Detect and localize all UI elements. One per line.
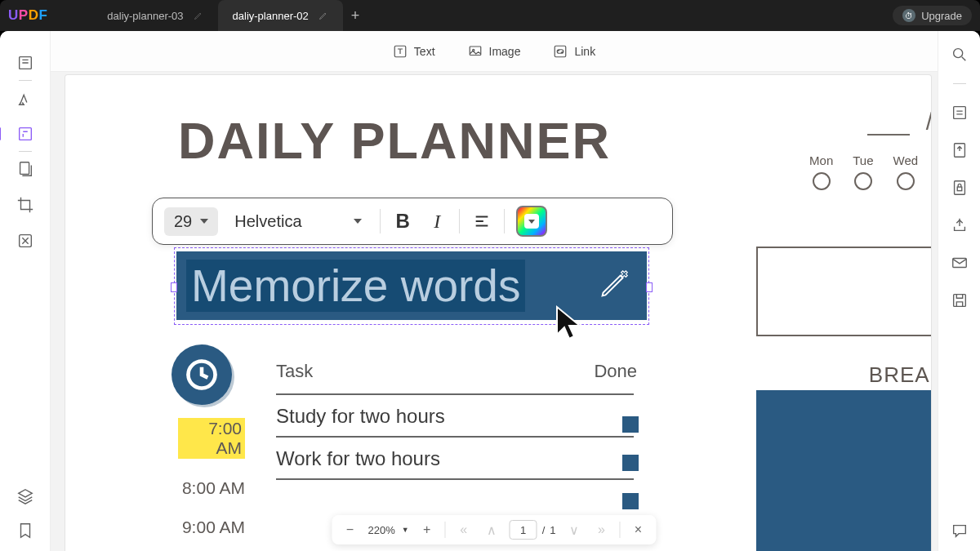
tab-label: daliy-planner-02	[233, 10, 309, 22]
export-icon[interactable]	[951, 141, 969, 159]
zoom-level-select[interactable]: 220% ▼	[368, 524, 408, 536]
tab-label: daliy-planner-03	[107, 10, 183, 22]
center-area: Text Image Link DAILY PLANNER / Mon Tue	[51, 31, 938, 551]
done-checkbox[interactable]	[622, 416, 639, 433]
font-size-select[interactable]: 29	[164, 207, 218, 236]
breakfast-box	[756, 390, 931, 551]
svg-rect-7	[555, 46, 567, 57]
time-column: 7:00 AM 8:00 AM 9:00 AM 10:00 AM	[178, 418, 245, 551]
task-text: Work for two hours	[276, 447, 440, 470]
clock-icon	[172, 344, 232, 405]
breakfast-heading: BREAKFAST	[869, 362, 931, 388]
svg-rect-13	[957, 187, 962, 191]
text-icon	[393, 44, 408, 59]
bold-button[interactable]: B	[385, 206, 420, 237]
image-icon	[468, 44, 483, 59]
page-controls: − 220% ▼ + « ∧ 1 / 1 ∨ » ×	[332, 515, 656, 544]
italic-button[interactable]: I	[420, 206, 454, 237]
title-bar: UPDF daliy-planner-03 daliy-planner-02 +…	[0, 0, 980, 31]
day-of-week-row: Mon Tue Wed Thu Fri	[809, 153, 931, 190]
pdf-page[interactable]: DAILY PLANNER / Mon Tue Wed Thu Fri 29	[65, 75, 931, 551]
done-checkbox[interactable]	[622, 493, 639, 509]
column-done: Done	[594, 361, 637, 382]
canvas[interactable]: DAILY PLANNER / Mon Tue Wed Thu Fri 29	[51, 72, 938, 551]
reader-icon[interactable]	[16, 54, 34, 72]
column-task: Task	[276, 361, 313, 382]
font-family-select[interactable]: Helvetica	[225, 207, 372, 236]
zoom-in-button[interactable]: +	[417, 520, 437, 540]
text-color-button[interactable]	[516, 206, 547, 237]
upgrade-label: Upgrade	[921, 10, 962, 22]
text-format-toolbar: 29 Helvetica B I	[152, 198, 673, 245]
pencil-icon	[194, 11, 203, 20]
svg-point-9	[953, 49, 962, 58]
insert-text-button[interactable]: Text	[393, 44, 435, 59]
next-page-button[interactable]: ∨	[564, 520, 584, 540]
svg-rect-12	[954, 181, 964, 195]
insert-link-button[interactable]: Link	[553, 44, 595, 59]
tab-document-2[interactable]: daliy-planner-02	[218, 0, 343, 31]
date-field: /	[862, 108, 931, 136]
upgrade-button[interactable]: ⏱ Upgrade	[893, 6, 972, 25]
reminder-box	[756, 247, 931, 336]
prev-page-button[interactable]: ∧	[482, 520, 501, 540]
task-table: Study for two hours Work for two hours	[276, 385, 634, 498]
done-checkbox[interactable]	[622, 455, 639, 471]
selection-handle-left[interactable]	[171, 282, 177, 292]
protect-icon[interactable]	[951, 179, 969, 197]
time-label: 7:00 AM	[178, 418, 245, 459]
upgrade-icon: ⏱	[902, 9, 915, 22]
cursor-icon	[554, 304, 586, 346]
ocr-icon[interactable]	[951, 104, 969, 122]
pages-icon[interactable]	[16, 160, 34, 178]
share-icon[interactable]	[951, 216, 969, 234]
crop-icon[interactable]	[16, 196, 34, 214]
pencil-icon	[318, 11, 328, 20]
comment-icon[interactable]	[951, 522, 969, 540]
task-text: Study for two hours	[276, 405, 445, 428]
last-page-button[interactable]: »	[592, 520, 612, 540]
tools-icon[interactable]	[16, 232, 34, 250]
close-pager-button[interactable]: ×	[629, 520, 648, 540]
left-sidebar	[0, 31, 51, 551]
bookmark-icon[interactable]	[16, 522, 34, 540]
insert-image-button[interactable]: Image	[468, 44, 521, 59]
mail-icon[interactable]	[951, 254, 969, 272]
current-page-input[interactable]: 1	[510, 520, 537, 540]
selection-handle-right[interactable]	[646, 282, 653, 292]
page-title: DAILY PLANNER	[178, 111, 611, 170]
add-tab-button[interactable]: +	[343, 7, 368, 24]
svg-rect-15	[953, 295, 965, 307]
zoom-out-button[interactable]: −	[340, 520, 359, 540]
page-number: 1 / 1	[510, 520, 556, 540]
insert-toolbar: Text Image Link	[51, 31, 938, 72]
first-page-button[interactable]: «	[454, 520, 474, 540]
clock-badge	[172, 344, 232, 405]
svg-rect-10	[953, 107, 965, 119]
time-label: 9:00 AM	[178, 518, 245, 537]
right-sidebar	[938, 31, 980, 551]
edit-text-icon[interactable]	[16, 125, 34, 143]
search-icon[interactable]	[951, 46, 969, 64]
tab-document-1[interactable]: daliy-planner-03	[92, 0, 217, 31]
time-label: 8:00 AM	[178, 478, 245, 498]
save-icon[interactable]	[951, 291, 969, 309]
app-logo: UPDF	[8, 7, 47, 24]
highlight-icon[interactable]	[16, 89, 34, 107]
svg-rect-1	[19, 128, 31, 140]
svg-rect-2	[20, 162, 29, 175]
document-tabs: daliy-planner-03 daliy-planner-02 +	[92, 0, 368, 31]
align-button[interactable]	[465, 206, 499, 237]
svg-rect-14	[952, 259, 966, 268]
link-icon	[553, 44, 568, 59]
app-body: Text Image Link DAILY PLANNER / Mon Tue	[0, 31, 980, 551]
layers-icon[interactable]	[16, 487, 34, 505]
